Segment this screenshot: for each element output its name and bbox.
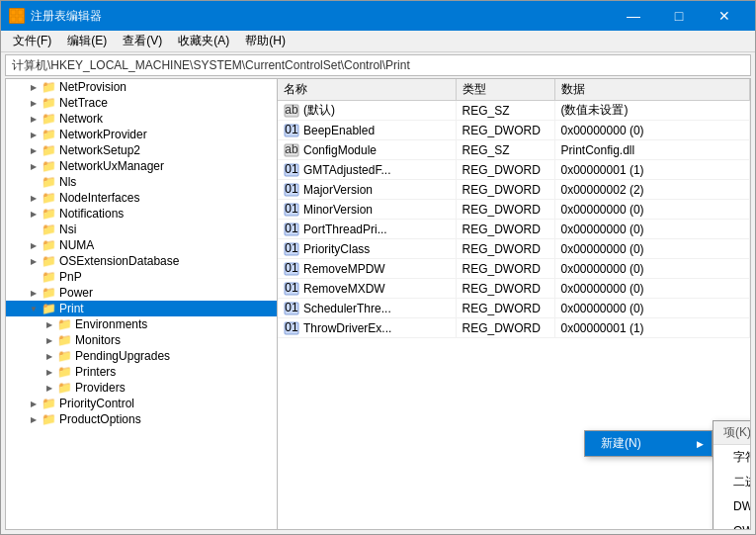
tree-item-printers[interactable]: ▶📁Printers bbox=[6, 364, 277, 380]
reg-type: REG_DWORD bbox=[456, 220, 554, 239]
table-row[interactable]: 01SchedulerThre...REG_DWORD0x00000000 (0… bbox=[278, 299, 750, 318]
close-button[interactable]: ✕ bbox=[702, 1, 747, 31]
minimize-button[interactable]: — bbox=[611, 1, 656, 31]
table-row[interactable]: 01GMTAdjustedF...REG_DWORD0x00000001 (1) bbox=[278, 160, 750, 180]
expand-arrow-icon: ▶ bbox=[26, 83, 42, 92]
tree-item-notifications[interactable]: ▶📁Notifications bbox=[6, 206, 277, 222]
expand-arrow-icon: ▶ bbox=[26, 241, 42, 250]
reg-dword-icon: 01 bbox=[284, 301, 299, 316]
table-row[interactable]: 01PortThreadPri...REG_DWORD0x00000000 (0… bbox=[278, 220, 750, 239]
reg-type: REG_DWORD bbox=[456, 299, 554, 318]
reg-name: RemoveMXDW bbox=[303, 282, 385, 296]
tree-item-nsi[interactable]: ▶📁Nsi bbox=[6, 222, 277, 237]
tree-item-netprovision[interactable]: ▶📁NetProvision bbox=[6, 79, 277, 95]
reg-dword-icon: 01 bbox=[284, 222, 299, 237]
submenu-item-2[interactable]: DWORD (32 位)值(D) bbox=[714, 494, 750, 519]
tree-item-networkprovider[interactable]: ▶📁NetworkProvider bbox=[6, 127, 277, 142]
reg-dword-icon: 01 bbox=[284, 241, 299, 257]
reg-data: 0x00000001 (1) bbox=[554, 318, 750, 338]
folder-icon: 📁 bbox=[42, 191, 56, 205]
tree-item-environments[interactable]: ▶📁Environments bbox=[6, 316, 277, 332]
reg-dword-icon: 01 bbox=[284, 182, 299, 198]
tree-panel[interactable]: ▶📁NetProvision▶📁NetTrace▶📁Network▶📁Netwo… bbox=[6, 79, 278, 529]
reg-type: REG_DWORD bbox=[456, 318, 554, 338]
reg-type: REG_DWORD bbox=[456, 180, 554, 200]
name-cell: 01GMTAdjustedF... bbox=[284, 162, 450, 178]
tree-item-pendingupgrades[interactable]: ▶📁PendingUpgrades bbox=[6, 348, 277, 364]
folder-icon: 📁 bbox=[42, 223, 56, 236]
reg-data: 0x00000000 (0) bbox=[554, 220, 750, 239]
reg-data: 0x00000000 (0) bbox=[554, 299, 750, 318]
svg-text:01: 01 bbox=[285, 242, 298, 255]
title-bar-left: 注册表编辑器 bbox=[9, 8, 102, 25]
tree-item-numa[interactable]: ▶📁NUMA bbox=[6, 237, 277, 253]
submenu-item-3[interactable]: QWORD (64 位)值(Q) bbox=[714, 519, 750, 529]
table-row[interactable]: 01RemoveMPDWREG_DWORD0x00000000 (0) bbox=[278, 259, 750, 279]
maximize-button[interactable]: □ bbox=[656, 1, 702, 31]
menu-item-e[interactable]: 编辑(E) bbox=[59, 31, 115, 51]
submenu-item-1[interactable]: 二进制值(B) bbox=[714, 470, 750, 494]
svg-text:01: 01 bbox=[285, 163, 298, 176]
new-submenu: 项(K) 字符串值(S)二进制值(B)DWORD (32 位)值(D)QWORD… bbox=[713, 420, 750, 529]
reg-dword-icon: 01 bbox=[284, 202, 299, 218]
ctx-new-item[interactable]: 新建(N) ▶ bbox=[585, 431, 712, 456]
table-row[interactable]: abConfigModuleREG_SZPrintConfig.dll bbox=[278, 140, 750, 160]
tree-item-networksetup2[interactable]: ▶📁NetworkSetup2 bbox=[6, 142, 277, 158]
svg-rect-2 bbox=[11, 17, 16, 22]
table-row[interactable]: 01BeepEnabledREG_DWORD0x00000000 (0) bbox=[278, 121, 750, 140]
reg-name: ThrowDriverEx... bbox=[303, 321, 391, 335]
menu-item-a[interactable]: 收藏夹(A) bbox=[170, 31, 237, 51]
tree-item-pnp[interactable]: ▶📁PnP bbox=[6, 269, 277, 285]
tree-item-nettrace[interactable]: ▶📁NetTrace bbox=[6, 95, 277, 111]
breadcrumb[interactable]: 计算机\HKEY_LOCAL_MACHINE\SYSTEM\CurrentCon… bbox=[5, 54, 751, 76]
table-row[interactable]: 01ThrowDriverEx...REG_DWORD0x00000001 (1… bbox=[278, 318, 750, 338]
col-type: 类型 bbox=[456, 79, 554, 101]
expand-arrow-icon: ▶ bbox=[26, 289, 42, 298]
tree-item-label: ProductOptions bbox=[59, 412, 141, 426]
tree-item-monitors[interactable]: ▶📁Monitors bbox=[6, 332, 277, 348]
tree-item-label: OSExtensionDatabase bbox=[59, 254, 179, 268]
reg-dword-icon: 01 bbox=[284, 123, 299, 138]
expand-arrow-icon: ▶ bbox=[26, 210, 42, 219]
table-row[interactable]: 01MajorVersionREG_DWORD0x00000002 (2) bbox=[278, 180, 750, 200]
tree-item-label: Nsi bbox=[59, 223, 76, 236]
window-title: 注册表编辑器 bbox=[31, 8, 102, 25]
tree-item-prioritycontrol[interactable]: ▶📁PriorityControl bbox=[6, 396, 277, 411]
tree-item-nodeinterfaces[interactable]: ▶📁NodeInterfaces bbox=[6, 190, 277, 206]
tree-item-label: Providers bbox=[75, 381, 126, 395]
tree-item-providers[interactable]: ▶📁Providers bbox=[6, 380, 277, 396]
tree-item-print[interactable]: ▼📁Print bbox=[6, 301, 277, 316]
tree-item-label: NodeInterfaces bbox=[59, 191, 139, 205]
table-row[interactable]: 01RemoveMXDWREG_DWORD0x00000000 (0) bbox=[278, 279, 750, 299]
reg-name: (默认) bbox=[303, 102, 335, 119]
expand-arrow-icon: ▶ bbox=[42, 368, 57, 377]
folder-icon: 📁 bbox=[57, 317, 72, 331]
tree-item-power[interactable]: ▶📁Power bbox=[6, 285, 277, 301]
folder-icon: 📁 bbox=[42, 96, 56, 110]
menu-item-f[interactable]: 文件(F) bbox=[5, 31, 59, 51]
expand-arrow-icon: ▶ bbox=[26, 162, 42, 171]
data-panel: 名称 类型 数据 ab(默认)REG_SZ(数值未设置)01BeepEnable… bbox=[278, 79, 750, 529]
tree-item-osextensiondatabase[interactable]: ▶📁OSExtensionDatabase bbox=[6, 253, 277, 269]
tree-item-label: NetworkUxManager bbox=[59, 159, 164, 173]
table-row[interactable]: 01PriorityClassREG_DWORD0x00000000 (0) bbox=[278, 239, 750, 259]
title-bar: 注册表编辑器 — □ ✕ bbox=[1, 1, 755, 31]
tree-item-label: PriorityControl bbox=[59, 397, 134, 410]
reg-name: PortThreadPri... bbox=[303, 223, 387, 236]
svg-text:01: 01 bbox=[285, 124, 298, 136]
tree-item-network[interactable]: ▶📁Network bbox=[6, 111, 277, 127]
reg-type: REG_DWORD bbox=[456, 259, 554, 279]
reg-dword-icon: 01 bbox=[284, 162, 299, 178]
tree-item-label: Notifications bbox=[59, 207, 124, 221]
tree-item-networkuxmanager[interactable]: ▶📁NetworkUxManager bbox=[6, 158, 277, 174]
tree-item-label: NetTrace bbox=[59, 96, 108, 110]
menu-item-h[interactable]: 帮助(H) bbox=[237, 31, 294, 51]
menu-item-v[interactable]: 查看(V) bbox=[115, 31, 170, 51]
table-row[interactable]: 01MinorVersionREG_DWORD0x00000000 (0) bbox=[278, 200, 750, 220]
name-cell: ab(默认) bbox=[284, 102, 450, 119]
tree-item-productoptions[interactable]: ▶📁ProductOptions bbox=[6, 411, 277, 427]
tree-item-nls[interactable]: ▶📁Nls bbox=[6, 174, 277, 190]
submenu-item-0[interactable]: 字符串值(S) bbox=[714, 445, 750, 470]
folder-icon: 📁 bbox=[42, 128, 56, 141]
table-row[interactable]: ab(默认)REG_SZ(数值未设置) bbox=[278, 101, 750, 121]
